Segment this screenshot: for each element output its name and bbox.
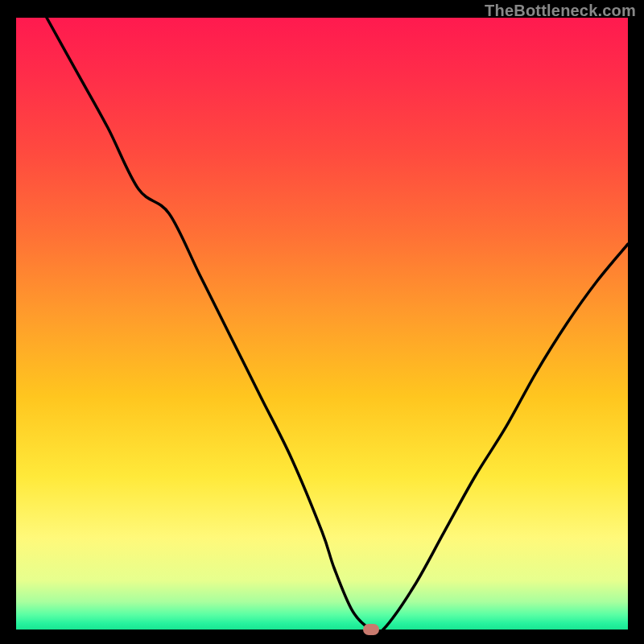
gradient-background: [16, 18, 628, 630]
current-point-marker: [363, 624, 379, 635]
plot-area: [16, 18, 628, 630]
watermark-text: TheBottleneck.com: [485, 2, 636, 20]
chart-svg: [16, 18, 628, 630]
figure-root: TheBottleneck.com: [0, 0, 644, 644]
